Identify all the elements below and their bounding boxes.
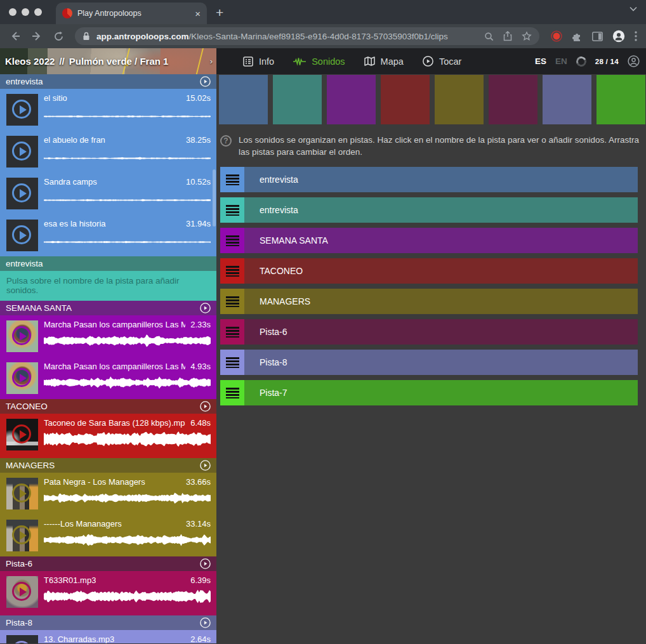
tab-close-icon[interactable]: × <box>195 9 201 18</box>
clip-thumbnail[interactable] <box>6 94 38 126</box>
browser-tab[interactable]: Play Antropoloops × <box>56 3 207 24</box>
waveform[interactable] <box>44 237 211 247</box>
play-track-button[interactable] <box>200 617 211 628</box>
play-track-button[interactable] <box>200 303 211 313</box>
track-row-name[interactable]: Pista-6 <box>244 319 638 345</box>
track-row-name[interactable]: entrevista <box>244 167 638 192</box>
share-icon[interactable] <box>503 31 512 41</box>
play-track-button[interactable] <box>200 558 211 569</box>
bookmark-star-icon[interactable] <box>522 31 532 41</box>
track-name[interactable]: entrevista <box>6 77 43 86</box>
clip-thumbnail[interactable] <box>6 220 38 251</box>
play-track-button[interactable] <box>200 460 211 471</box>
forward-icon[interactable] <box>28 27 46 45</box>
play-track-button[interactable] <box>200 401 211 412</box>
track-header[interactable]: MANAGERS <box>0 458 216 473</box>
track-header[interactable]: TACONEO <box>0 399 216 414</box>
minimize-window-button[interactable] <box>22 8 29 16</box>
track-name[interactable]: entrevista <box>6 259 43 268</box>
play-track-button[interactable] <box>200 76 211 87</box>
track-row-managers[interactable]: MANAGERS <box>220 289 638 314</box>
clip-los-mananagers[interactable]: ------Los Mananagers33.14s <box>0 515 216 556</box>
clip-marcha-2[interactable]: Marcha Pasan los campanilleros Las Mejor… <box>0 357 216 399</box>
track-name[interactable]: MANAGERS <box>6 461 55 470</box>
track-header[interactable]: Pista-6 <box>0 556 216 571</box>
extensions-puzzle-icon[interactable] <box>572 31 583 42</box>
waveform[interactable] <box>44 530 211 549</box>
drag-handle[interactable] <box>220 289 244 314</box>
track-row-taconeo[interactable]: TACONEO <box>220 258 638 284</box>
search-icon[interactable] <box>484 32 494 41</box>
sidebar-scrollbar[interactable] <box>213 169 216 227</box>
address-bar[interactable]: app.antropoloops.com/Kleos-Santa-Marina/… <box>75 27 539 45</box>
record-extension-icon[interactable] <box>551 30 562 42</box>
project-name[interactable]: Kleos 2022 <box>5 56 55 67</box>
clip-taconeo[interactable]: Taconeo de Sara Baras (128 kbps).mp36.48… <box>0 414 216 458</box>
zoom-window-button[interactable] <box>34 8 42 16</box>
track-swatch[interactable] <box>327 75 376 124</box>
track-row-name[interactable]: Pista-7 <box>244 380 638 405</box>
drag-handle[interactable] <box>220 319 244 345</box>
track-header[interactable]: entrevista <box>0 74 216 89</box>
clip-charradas[interactable]: 13. Charradas.mp32.64s <box>0 630 216 643</box>
track-name[interactable]: SEMANA SANTA <box>6 303 72 313</box>
clip-thumbnail[interactable] <box>6 178 38 209</box>
clip-pata-negra[interactable]: Pata Negra - Los Managers33.66s <box>0 473 216 515</box>
back-icon[interactable] <box>6 27 24 45</box>
track-row-pista-8[interactable]: Pista-8 <box>220 350 638 375</box>
remix-name[interactable]: Pulmón verde / Fran 1 <box>69 56 169 67</box>
clip-el-abuelo[interactable]: el abuelo de fran38.25s <box>0 131 216 173</box>
track-row-name[interactable]: TACONEO <box>244 258 638 284</box>
track-row-name[interactable]: MANAGERS <box>244 289 638 314</box>
track-header[interactable]: Pista-8 <box>0 615 216 630</box>
waveform[interactable] <box>44 195 211 205</box>
clip-thumbnail[interactable] <box>6 635 38 643</box>
profile-avatar-icon[interactable] <box>612 30 625 43</box>
track-swatch[interactable] <box>597 75 645 124</box>
nav-info[interactable]: Info <box>243 56 274 67</box>
clip-sandra-camps[interactable]: Sandra camps10.52s <box>0 173 216 214</box>
project-breadcrumb[interactable]: Kleos 2022 // Pulmón verde / Fran 1 › <box>0 48 216 74</box>
track-row-entrevista-blue[interactable]: entrevista <box>220 167 638 192</box>
track-name[interactable]: Pista-8 <box>6 618 32 628</box>
clip-thumbnail[interactable] <box>6 419 38 450</box>
track-swatch[interactable] <box>381 75 430 124</box>
tab-search-chevron-icon[interactable] <box>630 6 637 11</box>
clip-thumbnail[interactable] <box>6 362 38 394</box>
waveform[interactable] <box>44 373 211 392</box>
nav-mapa[interactable]: Mapa <box>364 56 404 67</box>
lang-es-button[interactable]: ES <box>535 56 546 66</box>
track-name[interactable]: Pista-6 <box>6 559 32 568</box>
drag-handle[interactable] <box>220 258 244 284</box>
clip-marcha-1[interactable]: Marcha Pasan los campanilleros Las Mejor… <box>0 315 216 357</box>
clip-thumbnail[interactable] <box>6 136 38 168</box>
track-swatch[interactable] <box>435 75 484 124</box>
waveform[interactable] <box>44 587 211 606</box>
nav-tocar[interactable]: Tocar <box>423 56 461 67</box>
drag-handle[interactable] <box>220 228 244 253</box>
track-row-pista-6[interactable]: Pista-6 <box>220 319 638 345</box>
track-row-name[interactable]: SEMANA SANTA <box>244 228 638 253</box>
track-row-entrevista-teal[interactable]: entrevista <box>220 197 638 223</box>
menu-kebab-icon[interactable] <box>635 31 637 41</box>
clip-esa-es-la-historia[interactable]: esa es la historia31.94s <box>0 214 216 256</box>
url-text[interactable]: app.antropoloops.com/Kleos-Santa-Marina/… <box>96 32 478 41</box>
track-swatch[interactable] <box>489 75 537 124</box>
account-icon[interactable] <box>628 55 640 67</box>
clip-t633r01[interactable]: T633R01.mp36.39s <box>0 571 216 615</box>
waveform[interactable] <box>44 331 211 350</box>
clip-el-sitio[interactable]: el sitio15.02s <box>0 89 216 131</box>
new-tab-button[interactable]: + <box>216 6 223 19</box>
clip-thumbnail[interactable] <box>6 520 38 551</box>
reload-icon[interactable] <box>49 27 67 45</box>
track-row-pista-7[interactable]: Pista-7 <box>220 380 638 405</box>
nav-sonidos[interactable]: Sonidos <box>293 56 345 67</box>
window-controls[interactable] <box>0 8 51 16</box>
track-row-semana-santa[interactable]: SEMANA SANTA <box>220 228 638 253</box>
drag-handle[interactable] <box>220 380 244 405</box>
track-row-name[interactable]: entrevista <box>244 197 638 223</box>
waveform[interactable] <box>44 112 211 121</box>
track-swatch[interactable] <box>273 75 322 124</box>
drag-handle[interactable] <box>220 350 244 375</box>
side-panel-icon[interactable] <box>592 32 603 41</box>
